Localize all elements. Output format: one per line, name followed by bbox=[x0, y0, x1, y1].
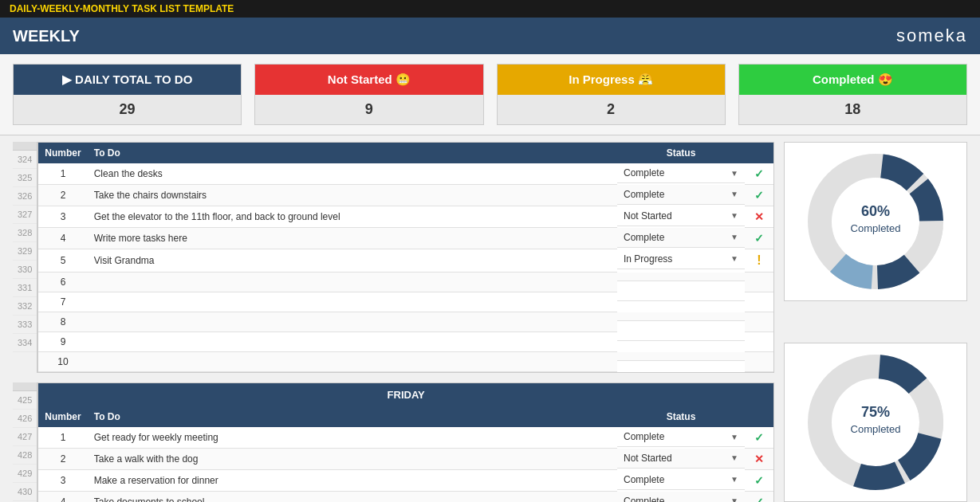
row-num-cell: 4 bbox=[38, 492, 87, 503]
stat-not-started-value: 9 bbox=[255, 95, 482, 124]
stat-completed-header: Completed 😍 bbox=[739, 65, 966, 95]
stats-row: ▶ DAILY TOTAL TO DO 29 Not Started 😬 9 I… bbox=[0, 54, 980, 135]
row-status-cell[interactable]: Complete ▼ bbox=[617, 163, 745, 183]
check-icon: ✓ bbox=[754, 474, 764, 487]
row-todo-cell: Take a walk with the dog bbox=[88, 449, 617, 470]
row-num-cell: 2 bbox=[38, 185, 87, 206]
table-row: 3 Get the elevator to the 11th floor, an… bbox=[38, 206, 773, 228]
dropdown-arrow-icon[interactable]: ▼ bbox=[730, 211, 738, 220]
row-num-cell: 7 bbox=[38, 292, 87, 312]
row-num-cell: 9 bbox=[38, 332, 87, 352]
table2-wrapper: 425 426 427 428 429 430 431 432 433 434 … bbox=[13, 382, 774, 502]
stat-in-progress-value: 2 bbox=[498, 95, 725, 124]
table-row: 7 bbox=[38, 292, 773, 312]
table-row: 4 Write more tasks here Complete ▼ ✓ bbox=[38, 228, 773, 249]
row-num-cell: 3 bbox=[38, 206, 87, 228]
row-todo-cell: Get ready for weekly meeting bbox=[88, 427, 617, 449]
check-icon: ✓ bbox=[754, 167, 764, 180]
row-num-cell: 8 bbox=[38, 312, 87, 332]
row-status-cell[interactable]: Complete ▼ bbox=[617, 185, 745, 205]
row-numbers-1: 324 325 326 327 328 329 330 331 332 333 … bbox=[13, 142, 37, 373]
row-action-cell: ✓ bbox=[745, 163, 773, 185]
table2-section-header: FRIDAY bbox=[38, 383, 773, 406]
row-action-cell: ! bbox=[745, 249, 773, 273]
col-status-1: Status bbox=[617, 143, 745, 163]
row-action-cell: ✕ bbox=[745, 449, 773, 470]
dropdown-arrow-icon[interactable]: ▼ bbox=[730, 233, 738, 241]
row-todo-cell: Get the elevator to the 11th floor, and … bbox=[88, 206, 617, 228]
row-status-cell bbox=[617, 292, 745, 301]
donut-chart-2: 75% Completed bbox=[796, 347, 955, 498]
dropdown-arrow-icon[interactable]: ▼ bbox=[730, 254, 738, 263]
section-title: WEEKLY bbox=[13, 27, 80, 45]
row-num-cell: 2 bbox=[38, 449, 87, 470]
row-todo-cell bbox=[88, 292, 617, 312]
col-todo-1: To Do bbox=[88, 143, 617, 163]
row-status-cell[interactable]: In Progress ▼ bbox=[617, 249, 745, 269]
status-text: Not Started bbox=[624, 210, 672, 222]
row-status-cell[interactable]: Not Started ▼ bbox=[617, 206, 745, 226]
dropdown-arrow-icon[interactable]: ▼ bbox=[730, 475, 738, 484]
check-icon: ✓ bbox=[754, 232, 764, 245]
dropdown-arrow-icon[interactable]: ▼ bbox=[730, 453, 738, 462]
svg-text:Completed: Completed bbox=[851, 222, 901, 234]
check-icon: ✓ bbox=[754, 496, 764, 502]
row-action-cell bbox=[745, 292, 773, 312]
stat-daily: ▶ DAILY TOTAL TO DO 29 bbox=[13, 64, 242, 125]
col-number-1: Number bbox=[38, 143, 87, 163]
dropdown-arrow-icon[interactable]: ▼ bbox=[730, 496, 738, 502]
row-action-cell: ✓ bbox=[745, 185, 773, 206]
row-numbers-2: 425 426 427 428 429 430 431 432 433 434 bbox=[13, 382, 37, 502]
row-todo-cell: Clean the desks bbox=[88, 163, 617, 185]
svg-text:75%: 75% bbox=[861, 404, 890, 420]
app-wrapper: DAILY-WEEKLY-MONTHLY TASK LIST TEMPLATE … bbox=[0, 0, 980, 502]
table-row: 1 Clean the desks Complete ▼ ✓ bbox=[38, 163, 773, 185]
table-row: 5 Visit Grandma In Progress ▼ ! bbox=[38, 249, 773, 273]
row-num-cell: 3 bbox=[38, 470, 87, 492]
row-status-cell bbox=[617, 332, 745, 341]
row-action-cell: ✓ bbox=[745, 228, 773, 249]
row-todo-cell bbox=[88, 273, 617, 292]
table-row: 3 Make a reservation for dinner Complete… bbox=[38, 470, 773, 492]
stat-not-started-header: Not Started 😬 bbox=[255, 65, 482, 95]
banner-text: DAILY-WEEKLY-MONTHLY TASK LIST TEMPLATE bbox=[10, 3, 234, 14]
status-text: Complete bbox=[624, 431, 664, 442]
table-row: 8 bbox=[38, 312, 773, 332]
row-todo-cell: Write more tasks here bbox=[88, 228, 617, 249]
row-status-cell[interactable]: Not Started ▼ bbox=[617, 449, 745, 469]
tables-column: 324 325 326 327 328 329 330 331 332 333 … bbox=[13, 142, 774, 502]
stat-completed: Completed 😍 18 bbox=[738, 64, 967, 125]
row-status-cell[interactable]: Complete ▼ bbox=[617, 492, 745, 503]
row-todo-cell: Take documents to school bbox=[88, 492, 617, 503]
row-action-cell bbox=[745, 332, 773, 352]
table-row: 6 bbox=[38, 273, 773, 292]
row-num-cell: 6 bbox=[38, 273, 87, 292]
row-status-cell bbox=[617, 352, 745, 361]
check-icon: ✓ bbox=[754, 189, 764, 202]
status-text: In Progress bbox=[624, 253, 672, 265]
table-row: 1 Get ready for weekly meeting Complete … bbox=[38, 427, 773, 449]
row-status-cell[interactable]: Complete ▼ bbox=[617, 228, 745, 248]
row-status-cell[interactable]: Complete ▼ bbox=[617, 427, 745, 447]
check-icon: ✓ bbox=[754, 431, 764, 444]
dropdown-arrow-icon[interactable]: ▼ bbox=[730, 190, 738, 198]
row-action-cell bbox=[745, 352, 773, 372]
stat-daily-header: ▶ DAILY TOTAL TO DO bbox=[14, 65, 241, 95]
table-row: 4 Take documents to school Complete ▼ ✓ bbox=[38, 492, 773, 503]
col-action-1 bbox=[745, 143, 773, 163]
cross-icon: ✕ bbox=[754, 453, 764, 465]
status-text: Complete bbox=[624, 496, 664, 503]
row-status-cell[interactable]: Complete ▼ bbox=[617, 470, 745, 490]
row-todo-cell: Visit Grandma bbox=[88, 249, 617, 273]
stat-in-progress: In Progress 😤 2 bbox=[497, 64, 726, 125]
chart1-container: 60% Completed bbox=[784, 142, 967, 301]
col-number-2: Number bbox=[38, 406, 87, 427]
warn-icon: ! bbox=[757, 253, 761, 267]
row-action-cell: ✓ bbox=[745, 427, 773, 449]
dropdown-arrow-icon[interactable]: ▼ bbox=[730, 169, 738, 178]
status-text: Complete bbox=[624, 474, 664, 485]
chart2-container: 75% Completed bbox=[784, 343, 967, 502]
donut-chart-1: 60% Completed bbox=[796, 146, 955, 297]
row-num-cell: 1 bbox=[38, 163, 87, 185]
dropdown-arrow-icon[interactable]: ▼ bbox=[730, 433, 738, 441]
